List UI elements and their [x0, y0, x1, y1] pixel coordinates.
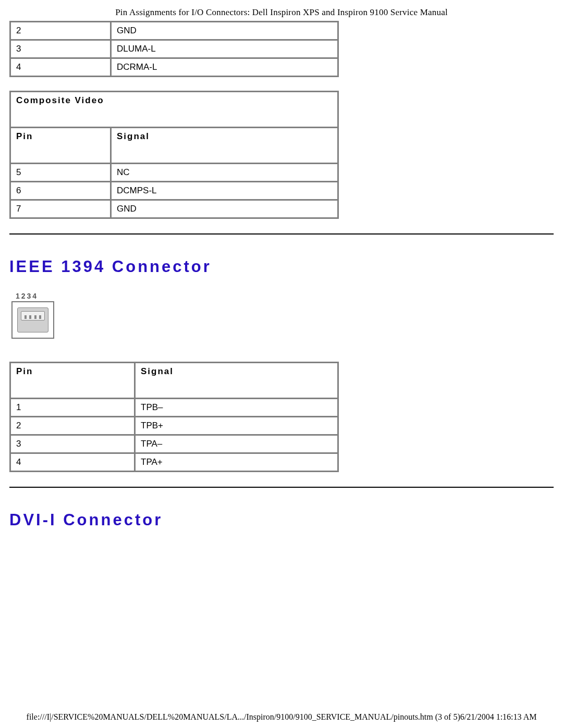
divider: [9, 233, 554, 235]
column-header-signal: Signal: [135, 363, 338, 399]
table-row: 4 DCRMA-L: [10, 58, 338, 77]
table-row: 6 DCMPS-L: [10, 182, 338, 200]
table-header-row: Pin Signal: [10, 363, 338, 399]
pin-cell: 7: [10, 200, 111, 218]
svideo-continuation-table: 2 GND 3 DLUMA-L 4 DCRMA-L: [9, 21, 339, 77]
pin-cell: 1: [10, 399, 135, 417]
column-header-pin: Pin: [10, 363, 135, 399]
connector-slot: [21, 311, 45, 320]
table-row: 2 GND: [10, 22, 338, 40]
ieee1394-heading: IEEE 1394 Connector: [9, 257, 554, 276]
connector-pin-icon: [34, 315, 36, 319]
signal-cell: DCMPS-L: [111, 182, 338, 200]
signal-cell: GND: [111, 200, 338, 218]
table-row: 7 GND: [10, 200, 338, 218]
diagram-pin-labels: 1234: [16, 292, 554, 300]
page: Pin Assignments for I/O Connectors: Dell…: [0, 0, 563, 728]
table-row: 4 TPA+: [10, 453, 338, 472]
page-header-title: Pin Assignments for I/O Connectors: Dell…: [9, 7, 554, 18]
composite-video-table: Composite Video Pin Signal 5 NC 6 DCMPS-…: [9, 91, 339, 219]
column-header-signal: Signal: [111, 128, 338, 164]
signal-cell: NC: [111, 164, 338, 182]
pin-cell: 4: [10, 58, 111, 77]
pin-cell: 6: [10, 182, 111, 200]
ieee1394-table: Pin Signal 1 TPB– 2 TPB+ 3 TPA– 4 TPA+: [9, 362, 339, 472]
table-row: 3 DLUMA-L: [10, 40, 338, 58]
signal-cell: TPB–: [135, 399, 338, 417]
connector-pin-icon: [29, 315, 31, 319]
connector-outer-box: [11, 301, 54, 339]
dvi-heading: DVI-I Connector: [9, 511, 554, 529]
connector-pin-icon: [25, 315, 27, 319]
pin-cell: 4: [10, 453, 135, 472]
table-row: 5 NC: [10, 164, 338, 182]
signal-cell: TPA+: [135, 453, 338, 472]
ieee1394-connector-diagram: 1234: [11, 292, 554, 339]
connector-pin-icon: [39, 315, 41, 319]
table-row: 3 TPA–: [10, 435, 338, 453]
pin-cell: 5: [10, 164, 111, 182]
pin-cell: 3: [10, 40, 111, 58]
pin-cell: 2: [10, 417, 135, 435]
divider: [9, 487, 554, 488]
column-header-pin: Pin: [10, 128, 111, 164]
section-label-cell: Composite Video: [10, 92, 338, 128]
table-row: 1 TPB–: [10, 399, 338, 417]
signal-cell: TPA–: [135, 435, 338, 453]
table-header-row: Pin Signal: [10, 128, 338, 164]
signal-cell: DCRMA-L: [111, 58, 338, 77]
signal-cell: GND: [111, 22, 338, 40]
table-row: 2 TPB+: [10, 417, 338, 435]
signal-cell: TPB+: [135, 417, 338, 435]
connector-inner-box: [17, 307, 48, 332]
pin-cell: 3: [10, 435, 135, 453]
table-section-row: Composite Video: [10, 92, 338, 128]
footer-path: file:///I|/SERVICE%20MANUALS/DELL%20MANU…: [0, 712, 563, 722]
signal-cell: DLUMA-L: [111, 40, 338, 58]
pin-cell: 2: [10, 22, 111, 40]
